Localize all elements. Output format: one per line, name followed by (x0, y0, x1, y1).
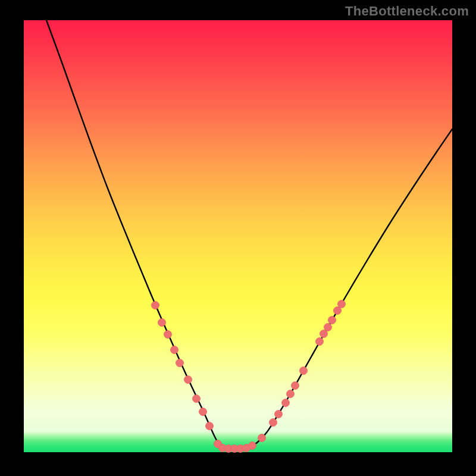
data-dot (176, 359, 184, 367)
data-dot (324, 324, 332, 331)
data-dot (300, 367, 308, 375)
attribution-label: TheBottleneck.com (345, 4, 469, 19)
chart-frame: TheBottleneck.com (0, 0, 476, 476)
data-dot (270, 419, 277, 427)
data-dot (292, 382, 299, 390)
data-dot (249, 442, 256, 450)
data-dot (184, 376, 192, 384)
chart-svg (24, 20, 452, 452)
data-dot (275, 411, 283, 418)
data-dot (171, 346, 178, 354)
plot-area (24, 20, 452, 452)
data-dot (287, 390, 295, 398)
data-dots (152, 300, 346, 453)
data-dot (158, 319, 166, 327)
data-dot (328, 317, 336, 324)
curve-left (46, 20, 226, 449)
data-dot (282, 399, 290, 407)
curve-right (226, 129, 452, 449)
data-dot (338, 300, 346, 308)
data-dot (193, 395, 201, 403)
data-dot (152, 302, 159, 309)
data-dot (199, 408, 207, 416)
data-dot (206, 422, 214, 430)
data-dot (258, 434, 266, 442)
data-dot (164, 331, 172, 339)
data-dot (316, 338, 324, 346)
